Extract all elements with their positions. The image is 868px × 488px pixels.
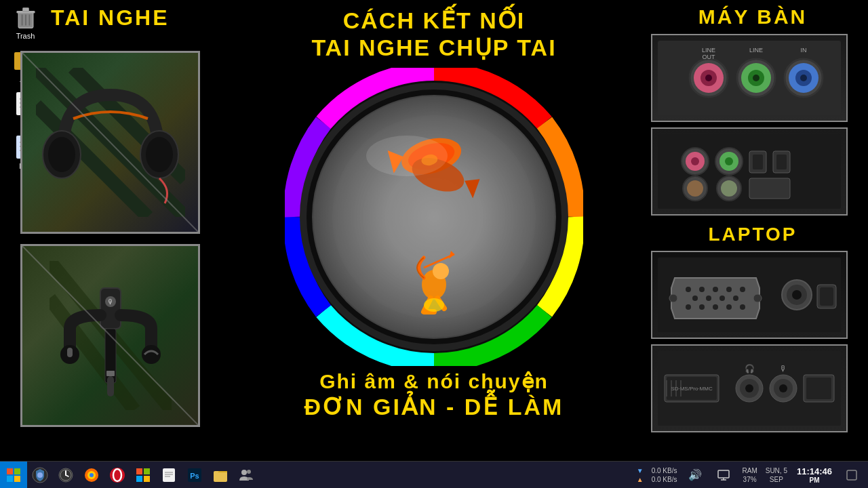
network-speeds: 0.0 KB/s 0.0 KB/s xyxy=(649,466,680,484)
svg-point-73 xyxy=(725,157,733,165)
bottom-text: Ghi âm & nói chuyện ĐƠN GIẢN - DỄ LÀM xyxy=(304,369,564,420)
network-down-speed: 0.0 KB/s xyxy=(652,466,677,475)
svg-text:🎧: 🎧 xyxy=(745,363,755,373)
laptop-port-image-1 xyxy=(651,251,848,339)
network-info: ▼ ▲ xyxy=(634,466,646,484)
svg-rect-104 xyxy=(820,287,833,306)
svg-text:Ps: Ps xyxy=(190,472,199,480)
svg-point-102 xyxy=(792,290,802,300)
svg-rect-125 xyxy=(7,476,13,482)
date-month: SEP xyxy=(770,475,783,484)
svg-point-98 xyxy=(669,294,677,302)
desktop: Trash A... P... xyxy=(0,0,868,461)
svg-rect-151 xyxy=(718,470,729,478)
svg-point-95 xyxy=(713,304,718,310)
taskbar-firefox[interactable] xyxy=(79,462,104,488)
svg-point-48 xyxy=(424,298,444,312)
svg-text:LINE: LINE xyxy=(749,47,763,54)
svg-rect-139 xyxy=(144,468,150,474)
svg-point-128 xyxy=(37,472,43,478)
may-ban-title: MÁY BÀN xyxy=(651,5,854,28)
center-content: CÁCH KẾT NỐI TAI NGHE CHỤP TAI xyxy=(217,0,651,461)
svg-point-81 xyxy=(721,180,737,197)
svg-point-135 xyxy=(90,473,94,477)
time-block[interactable]: 11:14:46 PM xyxy=(793,466,836,484)
svg-point-150 xyxy=(247,470,251,474)
svg-point-84 xyxy=(686,287,691,292)
svg-rect-138 xyxy=(136,468,142,474)
taskbar-antivirus[interactable] xyxy=(27,462,53,488)
svg-point-88 xyxy=(740,287,745,292)
notification-icon[interactable] xyxy=(839,462,865,488)
trash-icon xyxy=(12,3,39,30)
display-icon[interactable] xyxy=(711,462,736,488)
svg-point-93 xyxy=(686,304,691,310)
left-images: 🎙 xyxy=(20,51,200,427)
svg-rect-122 xyxy=(806,378,831,399)
taskbar-photoshop[interactable]: Ps xyxy=(182,462,208,488)
svg-rect-124 xyxy=(14,468,20,474)
taskbar-opera[interactable] xyxy=(104,462,130,488)
svg-rect-141 xyxy=(144,476,150,482)
svg-point-89 xyxy=(692,296,698,301)
svg-rect-77 xyxy=(776,155,787,169)
trash-label: Trash xyxy=(16,32,35,40)
svg-point-79 xyxy=(687,180,703,197)
svg-rect-2 xyxy=(22,8,28,12)
svg-point-58 xyxy=(753,75,760,81)
svg-rect-75 xyxy=(753,155,763,169)
svg-point-54 xyxy=(705,75,712,81)
svg-point-97 xyxy=(740,304,745,310)
svg-point-115 xyxy=(745,384,753,392)
svg-rect-24 xyxy=(100,288,121,329)
svg-point-136 xyxy=(110,468,125,483)
svg-rect-126 xyxy=(14,476,20,482)
tai-nghe-title: TAI NGHE xyxy=(51,5,170,30)
taskbar-timer[interactable] xyxy=(53,462,79,488)
svg-rect-30 xyxy=(106,371,115,376)
taskbar-users[interactable] xyxy=(233,462,259,488)
svg-point-86 xyxy=(713,287,718,292)
taskbar-files[interactable] xyxy=(208,462,233,488)
svg-text:🎙: 🎙 xyxy=(107,298,114,306)
volume-icon[interactable]: 🔊 xyxy=(682,462,708,488)
svg-point-62 xyxy=(800,75,807,81)
svg-point-149 xyxy=(241,470,247,475)
svg-point-20 xyxy=(146,137,173,172)
headphone-image xyxy=(20,51,200,234)
svg-rect-123 xyxy=(7,468,13,474)
svg-text:LINE: LINE xyxy=(702,47,715,54)
taskbar: Ps ▼ ▲ 0.0 KB/s 0.0 KB/s 🔊 xyxy=(0,461,868,488)
laptop-port-image-2: SD·MS/Pro·MMC 🎧 🎙 xyxy=(651,344,848,432)
network-up-icon: ▲ xyxy=(637,475,644,484)
taskbar-docs[interactable] xyxy=(156,462,182,488)
subtitle-line1: Ghi âm & nói chuyện xyxy=(304,369,564,393)
svg-text:SD·MS/Pro·MMC: SD·MS/Pro·MMC xyxy=(671,386,713,392)
main-title: CÁCH KẾT NỐI TAI NGHE CHỤP TAI xyxy=(311,7,556,61)
svg-text:IN: IN xyxy=(801,47,807,54)
svg-point-94 xyxy=(699,304,705,310)
svg-point-90 xyxy=(706,296,711,301)
title-line1: CÁCH KẾT NỐI xyxy=(311,7,556,34)
taskbar-windows-store[interactable] xyxy=(130,462,156,488)
start-button[interactable] xyxy=(0,462,27,489)
rainbow-circle xyxy=(285,68,583,366)
right-content: MÁY BÀN xyxy=(651,0,854,438)
trash-icon-item[interactable]: Trash xyxy=(3,3,47,40)
taskbar-right: ▼ ▲ 0.0 KB/s 0.0 KB/s 🔊 RAM 37% SUN, 5 xyxy=(634,462,868,488)
svg-rect-148 xyxy=(214,471,227,482)
svg-point-118 xyxy=(779,384,787,392)
date-day: SUN, 5 xyxy=(766,466,787,475)
svg-point-49 xyxy=(366,136,448,176)
svg-rect-140 xyxy=(136,476,142,482)
svg-point-18 xyxy=(48,137,75,172)
volume-symbol: 🔊 xyxy=(688,468,702,481)
laptop-title: LAPTOP xyxy=(651,224,854,245)
svg-rect-29 xyxy=(107,376,114,396)
svg-point-91 xyxy=(719,296,725,301)
svg-rect-26 xyxy=(67,348,73,357)
svg-point-99 xyxy=(753,294,762,302)
svg-text:OUT: OUT xyxy=(703,54,716,60)
desktop-ports-image-2 xyxy=(651,127,848,216)
time-ampm: PM xyxy=(809,476,819,484)
